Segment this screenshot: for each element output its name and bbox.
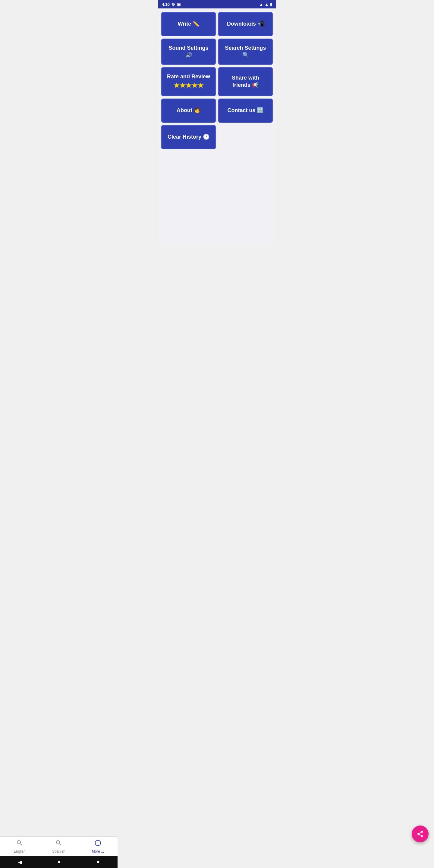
downloads-button[interactable]: Downloads 📲 <box>218 12 273 36</box>
empty-space <box>161 152 273 242</box>
signal-icon: ▲ <box>265 2 269 7</box>
status-bar-right: ▲ ▲ ▮ <box>259 2 272 7</box>
rate-review-label: Rate and Review <box>167 73 210 80</box>
clear-history-button[interactable]: Clear History 🕐 <box>161 125 216 149</box>
about-button[interactable]: About 🧑 <box>161 98 216 123</box>
status-bar-left: 4:10 ⚙ ▣ <box>162 2 181 7</box>
contact-us-button[interactable]: Contact us 🔡 <box>218 98 273 123</box>
downloads-label: Downloads 📲 <box>227 21 264 27</box>
settings-icon: ⚙ <box>172 2 175 7</box>
contact-us-label: Contact us 🔡 <box>227 107 264 114</box>
about-label: About 🧑 <box>177 107 200 114</box>
write-label: Write ✏️ <box>178 21 199 27</box>
rate-review-button[interactable]: Rate and Review ★★★★★ <box>161 67 216 96</box>
share-friends-button[interactable]: Share with friends 📢 <box>218 67 273 96</box>
clear-history-label: Clear History 🕐 <box>167 133 210 141</box>
rate-review-stars: ★★★★★ <box>174 82 204 90</box>
search-settings-button[interactable]: Search Settings 🔍 <box>218 38 273 65</box>
status-bar: 4:10 ⚙ ▣ ▲ ▲ ▮ <box>158 0 276 8</box>
write-button[interactable]: Write ✏️ <box>161 12 216 36</box>
sd-icon: ▣ <box>177 2 181 7</box>
search-settings-label: Search Settings 🔍 <box>222 44 269 59</box>
main-content: Write ✏️ Downloads 📲 Sound Settings 🔊 Se… <box>158 8 276 246</box>
share-friends-label: Share with friends 📢 <box>222 74 269 89</box>
sound-settings-label: Sound Settings 🔊 <box>165 44 212 59</box>
battery-icon: ▮ <box>270 2 272 7</box>
status-time: 4:10 <box>162 2 170 7</box>
wifi-icon: ▲ <box>259 2 263 7</box>
sound-settings-button[interactable]: Sound Settings 🔊 <box>161 38 216 65</box>
